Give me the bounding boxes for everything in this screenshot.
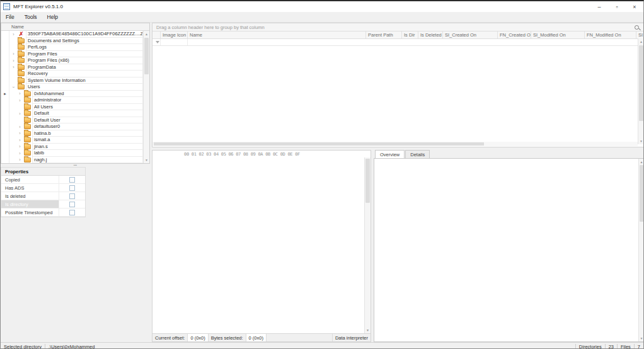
grid-column-header-fn-created-on[interactable]: FN_Created On: [498, 31, 531, 38]
grid-column-header-fn-modified-on[interactable]: FN_Modified On: [585, 31, 636, 38]
maximize-button[interactable]: ▫: [608, 1, 626, 12]
hex-rows[interactable]: [152, 157, 364, 333]
tree-item-users[interactable]: ›Users: [1, 84, 143, 91]
folder-icon: [24, 91, 31, 96]
tree-item-program-files[interactable]: ›Program Files: [1, 51, 143, 58]
menu-help[interactable]: Help: [42, 13, 63, 21]
expander-icon[interactable]: ›: [17, 91, 23, 96]
tree-row-rail: [1, 123, 9, 130]
tree-item-label: PerfLogs: [26, 44, 143, 51]
grid-column-header-si-modified-on[interactable]: SI_Modified On: [531, 31, 585, 38]
expander-icon[interactable]: ›: [17, 157, 23, 162]
bytes-selected-value: 0 (0x0): [246, 334, 267, 341]
tree-item-default[interactable]: ›Default: [1, 110, 143, 117]
expander-icon[interactable]: ›: [11, 52, 16, 56]
scroll-down-icon[interactable]: ▼: [144, 157, 149, 163]
grid-column-header-si[interactable]: SI: [636, 31, 644, 38]
expander-icon[interactable]: ›: [17, 138, 23, 142]
property-checkbox[interactable]: [69, 202, 75, 207]
scroll-up-icon[interactable]: ▲: [639, 159, 644, 165]
close-button[interactable]: ×: [626, 1, 643, 12]
filter-image-icon[interactable]: [161, 39, 188, 45]
tree-item-program-files-x86[interactable]: ›Program Files (x86): [1, 57, 143, 64]
expander-icon[interactable]: ›: [17, 131, 23, 135]
tree-item-programdata[interactable]: ›ProgramData: [1, 64, 143, 71]
tree-name-column-header[interactable]: Name: [1, 23, 149, 31]
tree-row-rail: [1, 77, 9, 84]
expander-icon[interactable]: ›: [17, 151, 23, 156]
expander-icon[interactable]: ›: [17, 144, 23, 149]
scroll-down-icon[interactable]: ▼: [365, 327, 371, 333]
tree-item-recovery[interactable]: Recovery: [1, 71, 143, 77]
scroll-down-icon[interactable]: ▼: [638, 138, 644, 144]
overview-scroll-thumb[interactable]: [640, 165, 643, 222]
grid-vertical-scrollbar[interactable]: ▲ ▼: [638, 38, 644, 144]
hex-vertical-scrollbar[interactable]: ▼: [364, 157, 371, 333]
tree-item-0xmohammed[interactable]: ▸›0xMohammed: [1, 91, 143, 98]
grid-column-header-is-dir[interactable]: Is Dir: [402, 31, 418, 38]
expander-icon[interactable]: ›: [11, 32, 16, 37]
menu-file[interactable]: File: [1, 13, 20, 21]
group-by-bar[interactable]: Drag a column header here to group by th…: [152, 23, 644, 31]
tree-item-default-user[interactable]: Default User: [1, 117, 143, 124]
expander-icon[interactable]: ›: [17, 125, 23, 129]
directories-label: Directories: [576, 343, 605, 349]
tree-row-rail: [1, 97, 9, 104]
grid-hscroll-thumb[interactable]: [154, 142, 484, 146]
tab-overview[interactable]: Overview: [375, 150, 405, 158]
property-value: [59, 192, 85, 200]
menu-tools[interactable]: Tools: [20, 13, 42, 21]
grid-column-header-parent-path[interactable]: Parent Path: [366, 31, 402, 38]
search-icon[interactable]: [635, 25, 639, 30]
folder-icon: [24, 105, 31, 110]
expander-icon[interactable]: ›: [17, 112, 23, 116]
minimize-button[interactable]: –: [590, 1, 608, 12]
property-row-copied: Copied: [1, 176, 85, 184]
folder-icon: [18, 38, 25, 43]
properties-header: Properties: [1, 168, 85, 176]
hex-scroll-thumb[interactable]: [365, 159, 370, 203]
folder-icon: [24, 118, 31, 123]
tab-details[interactable]: Details: [405, 150, 430, 158]
expander-icon[interactable]: ›: [11, 84, 16, 90]
tree-row-rail: [1, 44, 9, 51]
grid-column-header-image-icon[interactable]: Image Icon: [161, 31, 188, 38]
property-checkbox[interactable]: [69, 193, 75, 199]
tree-item-administrator[interactable]: ›administrator: [1, 97, 143, 104]
grid-column-header-is-deleted[interactable]: Is Deleted: [418, 31, 443, 38]
property-checkbox[interactable]: [69, 185, 75, 191]
tree-item-system-volume-information[interactable]: System Volume Information: [1, 77, 143, 84]
expander-icon[interactable]: ›: [17, 98, 23, 103]
property-checkbox[interactable]: [69, 210, 75, 215]
scroll-up-icon[interactable]: ▲: [638, 38, 644, 45]
scroll-up-icon[interactable]: ▲: [144, 31, 149, 37]
folder-icon: [18, 45, 25, 50]
grid-scroll-thumb[interactable]: [639, 45, 643, 121]
tree-item-labib[interactable]: ›labib: [1, 150, 143, 157]
grid-horizontal-scrollbar[interactable]: [152, 142, 638, 146]
scroll-down-icon[interactable]: ▼: [639, 335, 644, 341]
tree-item-defaultuser0[interactable]: ›defaultuser0: [1, 123, 143, 130]
tree-item-3590f75aba9e485486c100c1a9d4ff06zzzzzz-z[interactable]: ›✗3590F75ABA9E485486C100C1A9D4FF06ZZZZZZ…: [1, 31, 143, 38]
tree-item-all-users[interactable]: All Users: [1, 104, 143, 111]
tree-scroll-thumb[interactable]: [144, 38, 149, 74]
expander-icon[interactable]: ›: [11, 65, 16, 69]
tree-row-rail: [1, 38, 9, 45]
tree-item-jinan-s[interactable]: ›jinan.s: [1, 144, 143, 151]
tree-item-perflogs[interactable]: PerfLogs: [1, 44, 143, 51]
property-row-is-deleted: Is deleted: [1, 192, 85, 200]
property-checkbox[interactable]: [69, 177, 75, 183]
expander-icon[interactable]: ›: [11, 59, 16, 63]
overview-vertical-scrollbar[interactable]: ▲ ▼: [638, 159, 644, 341]
grid-column-header-si-created-on[interactable]: SI_Created On: [443, 31, 498, 38]
tree-item-nagh-j[interactable]: ›nagh.j: [1, 157, 143, 164]
tree-item-documents-and-settings[interactable]: Documents and Settings: [1, 38, 143, 45]
tree-item-hatina-b[interactable]: ›hatina.b: [1, 130, 143, 137]
data-interpreter-toggle[interactable]: Data interpreter: [332, 334, 371, 341]
tree-scrollbar[interactable]: ▲ ▼: [143, 31, 149, 163]
tree-row-rail: [1, 71, 9, 77]
grid-column-header-name[interactable]: Name: [188, 31, 366, 38]
tree-item-ismail-a[interactable]: ›ismail.a: [1, 137, 143, 144]
hex-status-bar: Current offset: 0 (0x0) Bytes selected: …: [152, 333, 371, 341]
property-value: [59, 184, 85, 192]
